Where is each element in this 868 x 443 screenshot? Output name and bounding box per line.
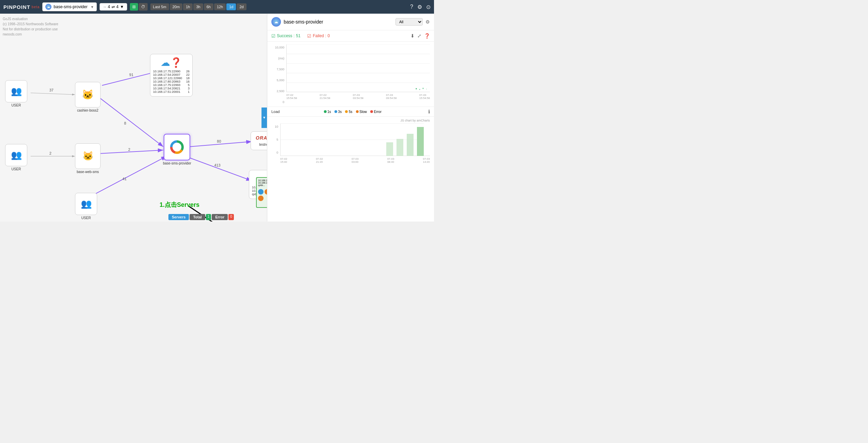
oracle-logo: ORACLE [256, 135, 267, 141]
time-6h-button[interactable]: 6h [204, 3, 213, 10]
failed-checkbox-icon: ☑ [307, 33, 311, 39]
y-label-7500: 7,500 [276, 68, 284, 71]
svg-rect-32 [407, 134, 414, 156]
oracle-node[interactable]: ORACLE testnewall [251, 131, 267, 150]
svg-line-14 [185, 156, 252, 181]
svg-rect-33 [417, 127, 424, 156]
error-tab[interactable]: Error [212, 214, 228, 220]
time-1h-button[interactable]: 1h [183, 3, 193, 10]
time-1d-button[interactable]: 1d [226, 3, 236, 10]
help-circle-icon[interactable]: ❓ [424, 33, 430, 39]
base-sms-provider-label: base-sms-provider [163, 161, 191, 165]
svg-line-4 [100, 98, 163, 147]
popup-icon-sm [258, 196, 264, 201]
failed-label: Failed : [313, 33, 326, 38]
load-section: Load 1s 3s 5s Slow Error ℹ [267, 107, 434, 117]
y-label-2500: 2,500 [276, 89, 284, 93]
servers-tab[interactable]: Servers [168, 214, 189, 220]
help-icon[interactable]: ? [410, 4, 413, 10]
bar-x-3: 07-0303:00 [351, 157, 358, 163]
legend-5s: 5s [345, 110, 352, 114]
y-label-ms: (ms) [278, 57, 284, 60]
user-node-1[interactable]: 👥 USER [5, 80, 27, 107]
line-chart-area: 10,000 (ms) 7,500 5,000 2,500 0 [267, 42, 434, 107]
cloud-node-2[interactable]: ☁❓ 10.168.17.75:22999398 10.168.17.121:2… [249, 170, 267, 199]
bar-x-4: 07-0308:40 [387, 157, 394, 163]
base-web-sms-label: base-web-sms [77, 170, 99, 174]
user3-label: USER [81, 216, 91, 220]
download-icon[interactable]: ⬇ [410, 33, 415, 39]
gear-icon[interactable]: ⚙ [425, 19, 430, 25]
cloud1-rows: 10.168.17.75:2299026 10.168.17.54:200072… [153, 70, 190, 94]
cloud1-icon: ☁❓ [153, 57, 190, 68]
connection-separator: ⇌ [111, 4, 115, 9]
time-last5m-button[interactable]: Last 5m [150, 3, 169, 10]
x-label-2: 07-0221:54:58 [319, 94, 330, 100]
base-sms-provider-node[interactable]: base-sms-provider [163, 134, 191, 165]
view-clock-button[interactable]: ⏱ [139, 3, 148, 11]
app-selector[interactable]: ☁ base-sms-provider ▼ [42, 2, 97, 11]
svg-point-27 [426, 89, 427, 89]
total-tab[interactable]: Total [190, 214, 205, 220]
watermark-line3: Not for distribution or production use [3, 27, 58, 32]
base-web-sms-node[interactable]: 🐱 base-web-sms [75, 143, 101, 174]
svg-line-0 [31, 93, 75, 95]
graph-svg: 37 91 8 2 2 41 80 413 [0, 14, 267, 222]
time-20m-button[interactable]: 20m [170, 3, 182, 10]
legend-3s: 3s [334, 110, 342, 114]
failed-count: 0 [328, 33, 330, 38]
bar-y-0: 0 [276, 151, 278, 154]
time-3h-button[interactable]: 3h [193, 3, 203, 10]
svg-rect-31 [396, 139, 403, 156]
cashier-boss2-node[interactable]: 🐱 cashier-boss2 [75, 82, 101, 112]
cashier-boss2-label: cashier-boss2 [77, 109, 98, 112]
github-icon[interactable]: ⊙ [426, 4, 431, 10]
svg-text:80: 80 [217, 139, 221, 143]
y-label-10000: 10,000 [275, 46, 284, 49]
svg-line-8 [100, 150, 163, 154]
svg-text:2: 2 [128, 147, 130, 152]
connection-info[interactable]: → 4 ⇌ 4 ▼ [100, 3, 127, 11]
total-badge: 1 [206, 214, 211, 220]
service-name-label: base-sms-provider [284, 19, 323, 25]
success-checkbox-icon: ☑ [271, 33, 275, 39]
logo-text: PINPOINT [3, 4, 30, 10]
svg-line-10 [91, 156, 166, 196]
beta-label: beta [32, 5, 40, 9]
svg-text:8: 8 [124, 121, 126, 125]
bar-x-5: 07-0314:20 [423, 157, 430, 163]
legend-error: Error [370, 110, 381, 114]
service-icon: ☁ [271, 17, 281, 27]
main-content: GoJS evaluation (c) 1998–2015 Northwoods… [0, 14, 434, 222]
testnewall-label: testnewall [256, 143, 267, 146]
filter-select[interactable]: All [395, 18, 423, 26]
right-panel-icons: ⚙ [425, 19, 430, 25]
user2-label: USER [12, 167, 21, 171]
time-2d-button[interactable]: 2d [237, 3, 246, 10]
popup-thumbnail: 10.168.17.75:...398 10.168.17.121...13 q… [256, 177, 267, 208]
nav-icons: ? ⚙ ⊙ [410, 4, 431, 10]
x-label-4: 07-0309:54:58 [386, 94, 396, 100]
load-label: Load [271, 110, 280, 114]
watermark-line4: nwoods.com [3, 32, 58, 37]
success-count: 51 [296, 33, 300, 38]
stats-row: ☑ Success : 51 ☑ Failed : 0 ⬇ ⤢ ❓ [267, 30, 434, 42]
watermark-line1: GoJS evaluation [3, 16, 58, 22]
settings-icon[interactable]: ⚙ [417, 4, 422, 10]
watermark-line2: (c) 1998–2015 Northwoods Software [3, 22, 58, 27]
bar-chart-area: JS chart by amCharts 10 5 0 [267, 117, 434, 222]
bar-y-5: 5 [276, 138, 278, 141]
error-badge: 0 [228, 214, 234, 220]
user-node-2[interactable]: 👥 USER [5, 144, 27, 171]
y-label-0: 0 [283, 100, 284, 104]
collapse-panel-button[interactable]: ▼ [261, 108, 267, 128]
svg-text:37: 37 [49, 88, 54, 92]
load-help-icon[interactable]: ℹ [428, 109, 430, 114]
user-node-3[interactable]: 👥 USER [75, 193, 97, 220]
expand-icon[interactable]: ⤢ [417, 33, 421, 39]
cloud-node-1[interactable]: ☁❓ 10.168.17.75:2299026 10.168.17.54:200… [150, 54, 193, 97]
svg-line-12 [190, 142, 252, 147]
time-12h-button[interactable]: 12h [214, 3, 226, 10]
view-grid-button[interactable]: ⊞ [130, 3, 138, 11]
app-icon: ☁ [45, 4, 51, 10]
